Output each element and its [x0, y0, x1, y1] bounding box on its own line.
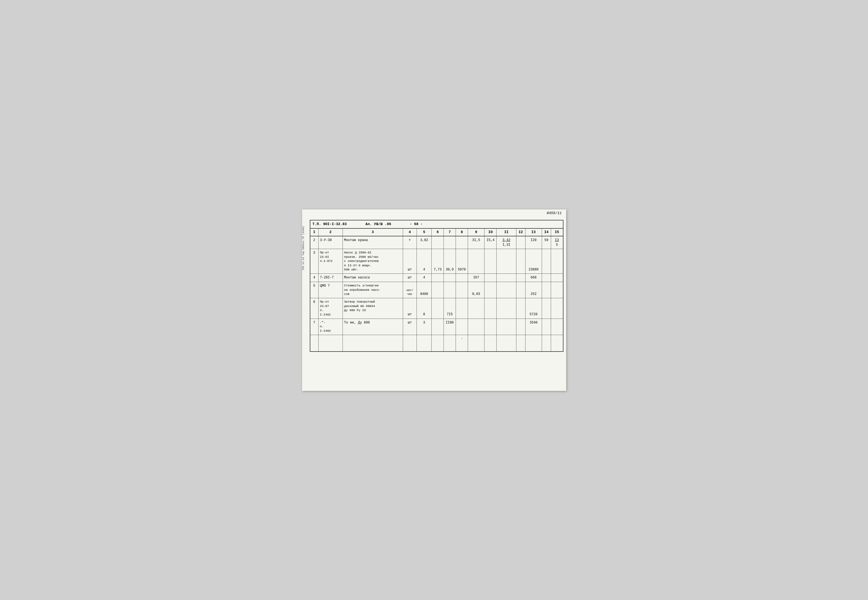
- row-c6: [432, 274, 444, 282]
- page-number: 8459/11: [547, 211, 562, 215]
- row-c12: [516, 274, 525, 282]
- empty-cell: [468, 335, 485, 352]
- row-c10: [485, 318, 497, 335]
- row-c10: [485, 274, 497, 282]
- empty-cell: [444, 335, 456, 352]
- empty-cell: [403, 335, 417, 352]
- fraction-num: I3: [555, 238, 559, 242]
- row-c15: [551, 298, 563, 319]
- row-c7: [444, 282, 456, 298]
- row-c14: [542, 298, 551, 319]
- table-row: 4 7-28I-7 Монтаж насоса шт 4 I67 668: [310, 274, 563, 282]
- side-text: 758 лл.43 тир.500экз.78 (4340): [302, 226, 305, 270]
- col-header-1: I: [310, 229, 319, 236]
- empty-cell: [497, 335, 516, 352]
- row-c15: [551, 274, 563, 282]
- row-c8: [456, 274, 468, 282]
- row-c8: [456, 318, 468, 335]
- row-qty: 4: [417, 249, 432, 274]
- empty-cell: [542, 335, 551, 352]
- row-c12: [516, 249, 525, 274]
- row-c14: 59: [542, 236, 551, 249]
- row-c15: [551, 282, 563, 298]
- col-header-13: I3: [525, 229, 542, 236]
- col-header-9: 9: [468, 229, 485, 236]
- empty-cell: [525, 335, 542, 352]
- row-desc: Монтаж крана: [342, 236, 403, 249]
- row-qty: 8: [417, 298, 432, 319]
- row-desc: То же, Ду 800: [342, 318, 403, 335]
- row-c11: [497, 282, 516, 298]
- row-num: 3: [310, 249, 319, 274]
- table-row: 6 Пр-нт23-07п.I-I40I Затвор поворотныйди…: [310, 298, 563, 319]
- main-table: Т.П. 9ОI-I-32.83 Ал. УШ/Ш .86 - 68 - I 2…: [310, 220, 564, 352]
- empty-cell: [417, 335, 432, 352]
- row-c8: 5970: [456, 249, 468, 274]
- row-code: Пр-нт23-0Iп.I-072: [318, 249, 342, 274]
- row-c10: I5,4: [485, 236, 497, 249]
- page-container: 8459/11 758 лл.43 тир.500экз.78 (4340) Т…: [302, 209, 566, 391]
- row-c12: [516, 298, 525, 319]
- row-c13: 23880: [525, 249, 542, 274]
- row-c13: I20: [525, 236, 542, 249]
- col-header-10: IO: [485, 229, 497, 236]
- row-num: 7: [310, 318, 319, 335]
- row-qty: 8400: [417, 282, 432, 298]
- row-c14: [542, 318, 551, 335]
- row-c6: [432, 282, 444, 298]
- col-header-2: 2: [318, 229, 342, 236]
- row-c15: [551, 318, 563, 335]
- row-qty: 3,82: [417, 236, 432, 249]
- row-c11: [497, 249, 516, 274]
- row-c8: [456, 298, 468, 319]
- row-c6: [432, 298, 444, 319]
- empty-cell: [516, 335, 525, 352]
- row-c11: [497, 274, 516, 282]
- row-c12: [516, 318, 525, 335]
- col-header-4: 4: [403, 229, 417, 236]
- row-c11: 3,42 I,3I: [497, 236, 516, 249]
- row-qty: 4: [417, 274, 432, 282]
- row-c13: 5720: [525, 298, 542, 319]
- col-header-12: I2: [516, 229, 525, 236]
- col-header-11: II: [497, 229, 516, 236]
- row-c6: [432, 236, 444, 249]
- header-row: Т.П. 9ОI-I-32.83 Ал. УШ/Ш .86 - 68 -: [310, 220, 563, 229]
- row-c6: 7,73: [432, 249, 444, 274]
- row-c7: 7I5: [444, 298, 456, 319]
- row-c7: [444, 236, 456, 249]
- col-header-7: 7: [444, 229, 456, 236]
- empty-cell: [342, 335, 403, 352]
- row-c10: [485, 249, 497, 274]
- row-desc: Монтаж насоса: [342, 274, 403, 282]
- row-unit: шт: [403, 274, 417, 282]
- row-num: 5: [310, 282, 319, 298]
- empty-cell: [485, 335, 497, 352]
- value-sub: I,3I: [502, 243, 510, 247]
- row-code: 3-У-38: [318, 236, 342, 249]
- col-header-8: 8: [456, 229, 468, 236]
- table-row: 7 -"-п.I-I402 То же, Ду 800 шт 3 II80 35…: [310, 318, 563, 335]
- row-c13: 668: [525, 274, 542, 282]
- col-header-5: 5: [417, 229, 432, 236]
- row-unit: квт/час: [403, 282, 417, 298]
- row-c7: [444, 274, 456, 282]
- row-unit: шт: [403, 318, 417, 335]
- row-c14: [542, 282, 551, 298]
- row-desc: Насос Д 2500-62произв. 2500 м3/часс элек…: [342, 249, 403, 274]
- row-qty: 3: [417, 318, 432, 335]
- row-code: 7-28I-7: [318, 274, 342, 282]
- row-unit: шт: [403, 298, 417, 319]
- row-c8: [456, 236, 468, 249]
- row-c10: [485, 282, 497, 298]
- empty-cell: ·: [456, 335, 468, 352]
- row-num: 4: [310, 274, 319, 282]
- row-c6: [432, 318, 444, 335]
- row-desc: Затвор поворотныйдисковый ИА 99044Ду 600…: [342, 298, 403, 319]
- empty-cell: [310, 335, 319, 352]
- fraction-den: 5: [556, 243, 558, 247]
- row-unit: шт: [403, 249, 417, 274]
- row-c9: I67: [468, 274, 485, 282]
- row-c12: [516, 282, 525, 298]
- col-header-14: I4: [542, 229, 551, 236]
